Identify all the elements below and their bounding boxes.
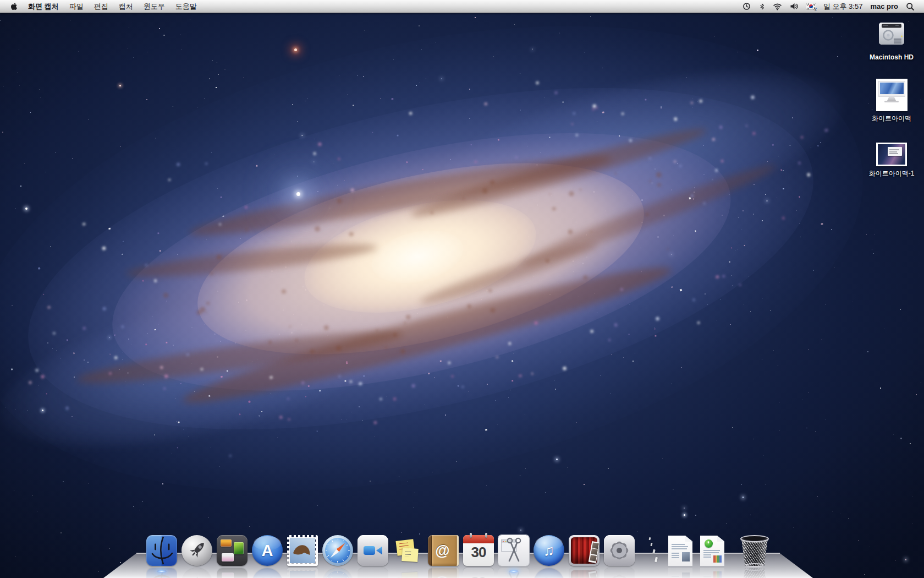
address-book-icon: @ [428,535,459,566]
app-store-glyph: A [262,543,273,559]
active-app-menu[interactable]: 화면 캡처 [28,2,59,12]
desktop-icon-label: Macintosh HD [859,53,924,61]
dock-item-launchpad[interactable] [182,535,212,567]
search-icon [906,2,915,11]
dock-item-grab[interactable] [498,535,529,567]
menu-item-4[interactable]: 도움말 [175,2,197,12]
stickies-icon [393,535,424,566]
system-preferences-icon [604,535,635,566]
volume-icon [790,2,799,10]
apple-logo-icon [10,2,18,10]
dock-item-safari[interactable] [322,535,353,567]
running-indicator-light [157,570,167,573]
app-menus: 파일편집캡처윈도우도움말 [69,2,197,12]
launchpad-icon [182,535,212,566]
taegeuk-symbol [809,4,813,8]
dock-item-ical[interactable]: 30 30 [463,535,494,567]
address-book-glyph: @ [435,542,449,559]
time-machine-menu-icon[interactable] [742,2,751,11]
dock-item-system-preferences[interactable] [604,535,635,567]
dock-item-stickies[interactable] [393,535,424,567]
mission-control-icon [217,535,248,566]
safari-icon [322,535,353,566]
download-arrow-badge [705,539,713,548]
apple-menu[interactable] [10,2,18,10]
screenshot-file-icon [876,143,907,166]
dock-item-mail[interactable] [287,535,318,567]
documents-stack-icon [667,535,697,566]
input-source-badge: 2 [815,7,817,11]
image-file-icon [876,79,908,111]
dock-item-trash[interactable] [739,535,769,567]
gear-icon [604,535,635,566]
hard-drive-icon [876,18,908,51]
dock-stack-downloads-stack[interactable] [698,535,726,567]
dock-item-mission-control[interactable] [217,535,248,567]
itunes-icon: ♫ [534,535,564,566]
facetime-icon [358,535,388,566]
ical-icon: 30 [463,535,494,566]
dock-item-itunes[interactable]: ♫♫ [534,535,564,567]
bluetooth-icon [759,2,765,11]
menu-bar: 화면 캡처 파일편집캡처윈도우도움말 2 일 오후 3:57 mac pro [0,0,924,13]
running-indicator-light [509,570,519,573]
dock-stack-documents-stack[interactable] [667,535,694,567]
dock-separator [639,535,662,567]
ical-day-number: 30 [463,544,494,561]
menu-item-3[interactable]: 윈도우 [144,2,165,12]
vignette [0,0,924,578]
macos-desktop: { "menu_bar": { "apple_icon": "apple-log… [0,0,924,578]
trash-icon [740,535,769,567]
desktop-icon-image-file-screenshot[interactable]: 화이트아이맥-1 [859,143,924,178]
imac-picture-screen [879,81,905,96]
desktop-icon-label: 화이트아이맥-1 [859,169,924,178]
fast-user-switching-menu[interactable]: mac pro [870,2,898,10]
wifi-menu-icon[interactable] [773,2,782,10]
time-machine-icon [742,2,751,11]
downloads-stack-icon [698,535,729,566]
spotlight-menu-icon[interactable] [906,2,915,11]
dock: AA @@ 30 30 ♫♫ [0,526,924,578]
dock-items: AA @@ 30 30 ♫♫ [146,535,769,567]
dock-item-facetime[interactable] [358,535,388,567]
grab-icon [498,535,529,566]
dock-item-finder[interactable] [146,535,177,567]
itunes-note-glyph: ♫ [543,543,554,558]
menu-clock[interactable]: 일 오후 3:57 [823,2,863,12]
dock-item-app-store[interactable]: AA [252,535,283,567]
desktop-icon-hard-drive[interactable]: Macintosh HD [859,18,924,61]
wifi-icon [773,2,782,10]
menu-item-2[interactable]: 캡처 [119,2,133,12]
finder-icon [146,535,177,566]
dock-item-photo-booth[interactable] [569,535,600,567]
dock-item-address-book[interactable]: @@ [428,535,459,567]
bluetooth-menu-icon[interactable] [759,2,765,11]
menu-item-0[interactable]: 파일 [69,2,84,12]
mail-icon [287,535,318,566]
desktop-icon-image-file-imac[interactable]: 화이트아이맥 [859,79,924,123]
app-store-icon: A [252,535,283,566]
photo-booth-icon [569,535,600,566]
desktop-icon-label: 화이트아이맥 [859,114,924,123]
wallpaper-andromeda-galaxy [0,0,924,578]
menu-item-1[interactable]: 편집 [94,2,108,12]
volume-menu-icon[interactable] [790,2,799,10]
input-source-korean-flag-icon[interactable]: 2 [806,3,816,9]
